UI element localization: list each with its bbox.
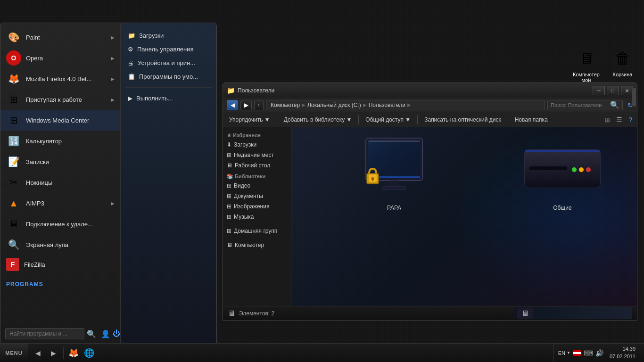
view-list-button[interactable]: ☰ (614, 115, 625, 125)
window-titlebar: 📁 Пользователи ─ □ ✕ (223, 83, 637, 98)
mycomputer-label: Компьютер мой (571, 72, 602, 83)
app-remote[interactable]: 🖥 Подключение к удале... (0, 214, 120, 234)
right-control-panel[interactable]: ⚙ Панель управления (121, 42, 216, 56)
downloads-tree-icon: ⬇ (227, 141, 231, 148)
tray-keyboard-icon[interactable]: ⌨ (584, 349, 593, 357)
taskbar: MENU ◀ ▶ 🦊 🌐 EN ▼ ⌨ (0, 343, 644, 362)
forward-button[interactable]: ▶ (240, 100, 252, 110)
explorer-body: ★ Избранное ⬇ Загрузки ⊞ Недавние мест 🖥… (223, 127, 637, 306)
search-input[interactable] (5, 328, 84, 339)
add-library-button[interactable]: Добавить в библиотеку ▼ (280, 115, 356, 124)
tree-documents[interactable]: ⊞ Документы (223, 191, 291, 201)
crumb-users[interactable]: Пользователи (367, 102, 407, 108)
tray-volume-icon[interactable]: 🔊 (595, 349, 603, 357)
right-run[interactable]: ▶ Выполнить... (121, 91, 216, 105)
desktop: 🖥 Компьютер мой 🗑 Корзина 🎨 Paint ▶ O Op… (0, 0, 644, 362)
explorer-window: 📁 Пользователи ─ □ ✕ ◀ ▶ ↑ Компьютер ▶ Л… (223, 82, 637, 321)
app-firefox[interactable]: 🦊 Mozilla Firefox 4.0 Bet... ▶ (0, 68, 120, 89)
power-icon[interactable]: ⏻ (113, 329, 120, 338)
search-box: 🔍 (547, 100, 623, 110)
start-menu-right: 📁 Загрузки ⚙ Панель управления 🖨 Устройс… (121, 23, 216, 343)
folder-shared[interactable]: Общие (512, 137, 613, 215)
shared-folder-label: Общие (553, 205, 571, 211)
aimp3-icon: ▲ (6, 196, 21, 211)
app-scissors-label: Ножницы (26, 179, 115, 186)
minimize-button[interactable]: ─ (593, 86, 605, 95)
app-notes-label: Записки (26, 158, 115, 165)
paint-arrow: ▶ (111, 35, 115, 40)
app-calculator[interactable]: 🔢 Калькулятор (0, 131, 120, 151)
taskbar-tray: EN ▼ ⌨ 🔊 14:39 07.02.2011 (553, 344, 644, 362)
toolbar: Упорядочить ▼ Добавить в библиотеку ▼ Об… (223, 112, 637, 127)
help-button[interactable]: ? (626, 115, 635, 125)
right-downloads[interactable]: 📁 Загрузки (121, 29, 216, 42)
close-button[interactable]: ✕ (621, 86, 633, 95)
user-icon[interactable]: 👤 (101, 329, 110, 338)
search-button[interactable]: 🔍 (87, 329, 96, 338)
tree-recent[interactable]: ⊞ Недавние мест (223, 150, 291, 160)
toolbar-sep-3 (417, 115, 418, 124)
folder-icon-status: 🖥 (228, 309, 235, 318)
search-field[interactable] (551, 102, 608, 108)
right-downloads-label: Загрузки (139, 32, 164, 39)
app-media-center-label: Windows Media Center (26, 117, 115, 124)
tree-desktop-label: Рабочий стол (235, 162, 270, 169)
tree-desktop[interactable]: 🖥 Рабочий стол (223, 160, 291, 171)
taskbar-firefox-icon[interactable]: 🦊 (66, 346, 81, 360)
right-default-programs[interactable]: 📋 Программы по умо... (121, 70, 216, 83)
status-text: Элементов: 2 (239, 310, 274, 317)
app-opera[interactable]: O Opera ▶ (0, 48, 120, 68)
right-devices-label: Устройства и прин... (138, 59, 195, 66)
desktop-icon-mycomputer[interactable]: 🖥 Компьютер мой (569, 45, 604, 85)
sidebar-tree: ★ Избранное ⬇ Загрузки ⊞ Недавние мест 🖥… (223, 127, 291, 306)
papa-folder-label: PAPA (387, 205, 401, 211)
opera-icon: O (6, 50, 21, 66)
filezilla-icon: F (6, 258, 19, 271)
recyclebin-label: Корзина (613, 72, 633, 77)
tree-computer[interactable]: 🖥 Компьютер (223, 240, 291, 250)
app-paint[interactable]: 🎨 Paint ▶ (0, 27, 120, 48)
app-start-work[interactable]: ⊞ Приступая к работе ▶ (0, 89, 120, 110)
search-icon: 🔍 (610, 100, 619, 109)
folder-papa[interactable]: PAPA (348, 132, 440, 215)
desktop-tree-icon: 🖥 (227, 162, 232, 169)
recent-tree-icon: ⊞ (227, 152, 231, 158)
view-icon-button[interactable]: ⊞ (602, 115, 612, 125)
taskbar-opera-icon[interactable]: 🌐 (82, 346, 96, 360)
start-button[interactable]: MENU (0, 344, 28, 362)
tree-music[interactable]: ⊞ Музыка (223, 212, 291, 222)
images-tree-icon: ⊞ (227, 203, 231, 210)
right-devices[interactable]: 🖨 Устройства и прин... (121, 56, 216, 70)
maximize-button[interactable]: □ (607, 86, 619, 95)
crumb-sep-1: ▶ (302, 102, 305, 107)
tree-images[interactable]: ⊞ Изображения (223, 201, 291, 212)
crumb-localdisk[interactable]: Локальный диск (C:) (305, 102, 363, 108)
tree-video[interactable]: ⊞ Видео (223, 181, 291, 191)
up-button[interactable]: ↑ (254, 100, 264, 110)
aimp3-arrow: ▶ (111, 201, 115, 206)
tree-homegroup[interactable]: ⊞ Домашняя групп (223, 226, 291, 236)
burn-button[interactable]: Записать на оптический диск (421, 115, 505, 124)
tree-downloads[interactable]: ⬇ Загрузки (223, 140, 291, 150)
app-calculator-label: Калькулятор (26, 138, 115, 145)
app-filezilla[interactable]: F FileZilla (0, 255, 120, 274)
new-folder-label: Новая папка (515, 116, 548, 123)
desktop-icon-recyclebin[interactable]: 🗑 Корзина (605, 45, 640, 80)
taskbar-sep-1 (63, 347, 64, 359)
taskbar-forward-icon[interactable]: ▶ (46, 346, 60, 360)
crumb-computer[interactable]: Компьютер (269, 102, 302, 108)
tray-lang[interactable]: EN ▼ (558, 350, 570, 356)
new-folder-button[interactable]: Новая папка (511, 115, 552, 124)
organize-button[interactable]: Упорядочить ▼ (225, 115, 274, 124)
taskbar-back-icon[interactable]: ◀ (31, 346, 45, 360)
app-scissors[interactable]: ✂ Ножницы (0, 172, 120, 193)
app-notes[interactable]: 📝 Записки (0, 151, 120, 172)
crumb-sep-2: ▶ (363, 102, 367, 107)
tree-recent-label: Недавние мест (234, 152, 274, 158)
app-media-center[interactable]: ⊞ Windows Media Center (0, 110, 120, 131)
lang-arrow-icon: ▼ (567, 351, 570, 355)
app-magnifier[interactable]: 🔍 Экранная лупа (0, 234, 120, 255)
back-button[interactable]: ◀ (227, 100, 238, 110)
share-button[interactable]: Общий доступ ▼ (362, 115, 414, 124)
app-aimp3[interactable]: ▲ AIMP3 ▶ (0, 193, 120, 214)
